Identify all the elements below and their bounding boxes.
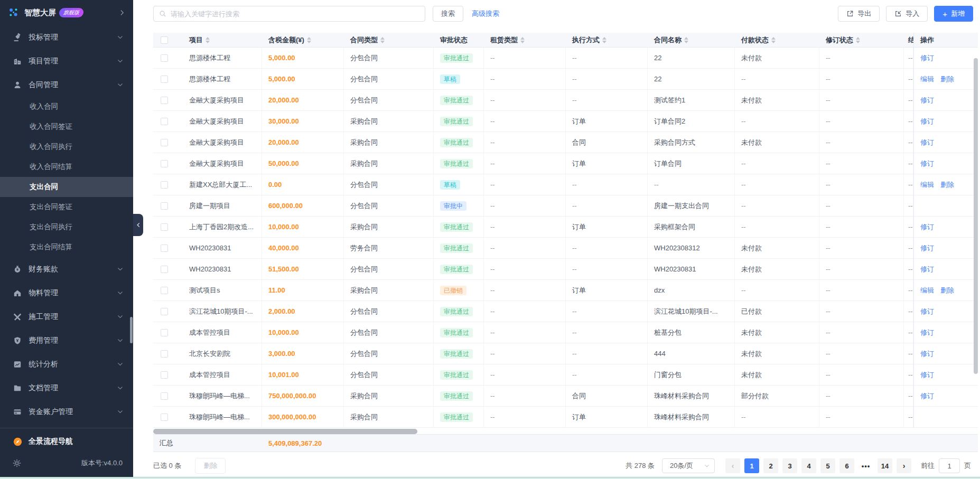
- row-checkbox[interactable]: [161, 76, 168, 83]
- column-header-amount[interactable]: 含税金额(¥): [262, 33, 344, 47]
- row-checkbox[interactable]: [161, 181, 168, 189]
- table-vertical-scrollbar[interactable]: [974, 58, 978, 374]
- sidebar-subitem-income-contract-settle[interactable]: 收入合同结算: [0, 157, 133, 177]
- revise-link[interactable]: 修订: [920, 370, 934, 380]
- sort-caret-icon[interactable]: [771, 37, 776, 43]
- sidebar-subitem-income-contract-exec[interactable]: 收入合同执行: [0, 137, 133, 157]
- sort-caret-icon[interactable]: [307, 37, 311, 43]
- sidebar-item-contract[interactable]: 合同管理: [0, 73, 133, 97]
- search-button[interactable]: 搜索: [433, 6, 463, 22]
- advanced-search-link[interactable]: 高级搜索: [472, 9, 499, 18]
- sort-caret-icon[interactable]: [684, 37, 688, 43]
- sort-caret-icon[interactable]: [380, 37, 385, 43]
- row-checkbox[interactable]: [161, 223, 168, 231]
- app-title: 智慧大屏: [24, 8, 56, 18]
- row-checkbox[interactable]: [161, 414, 168, 421]
- page-button-3[interactable]: 3: [782, 458, 797, 473]
- table-horizontal-scrollbar[interactable]: [153, 429, 417, 434]
- select-all-checkbox[interactable]: [161, 36, 168, 44]
- delete-link[interactable]: 删除: [940, 286, 954, 295]
- sidebar-item-expense[interactable]: 费用管理: [0, 328, 133, 352]
- page-button-6[interactable]: 6: [839, 458, 854, 473]
- page-button-14[interactable]: 14: [878, 458, 892, 473]
- row-checkbox[interactable]: [161, 245, 168, 252]
- sidebar-item-material[interactable]: 物料管理: [0, 281, 133, 305]
- next-page-button[interactable]: ›: [897, 458, 911, 473]
- row-checkbox[interactable]: [161, 139, 168, 146]
- sidebar-subitem-income-contract[interactable]: 收入合同: [0, 97, 133, 117]
- pagination-ellipsis[interactable]: •••: [858, 458, 873, 473]
- sidebar-item-project[interactable]: 项目管理: [0, 49, 133, 73]
- revise-link[interactable]: 修订: [920, 117, 934, 126]
- sidebar-item-stats[interactable]: 统计分析: [0, 352, 133, 376]
- revise-link[interactable]: 修订: [920, 391, 934, 401]
- sidebar-item-bid[interactable]: 投标管理: [0, 25, 133, 49]
- bulk-delete-button[interactable]: 删除: [195, 458, 226, 474]
- revise-link[interactable]: 修订: [920, 222, 934, 232]
- sort-caret-icon[interactable]: [602, 37, 606, 43]
- goto-page-input[interactable]: [939, 458, 960, 473]
- sidebar-subitem-expense-contract-visa[interactable]: 支出合同签证: [0, 197, 133, 217]
- sidebar-subitem-expense-contract-exec[interactable]: 支出合同执行: [0, 217, 133, 237]
- edit-link[interactable]: 编辑: [920, 74, 934, 84]
- row-checkbox[interactable]: [161, 308, 168, 315]
- app-logo[interactable]: 智慧大屏 旗舰版: [0, 0, 133, 25]
- page-button-5[interactable]: 5: [820, 458, 835, 473]
- row-checkbox[interactable]: [161, 202, 168, 210]
- revise-link[interactable]: 修订: [920, 96, 934, 105]
- row-checkbox[interactable]: [161, 329, 168, 336]
- export-button[interactable]: 导出: [838, 6, 880, 22]
- edit-link[interactable]: 编辑: [920, 286, 934, 295]
- row-checkbox[interactable]: [161, 287, 168, 294]
- sidebar-item-funds[interactable]: 资金账户管理: [0, 400, 133, 424]
- sidebar-collapse-handle[interactable]: [133, 214, 143, 236]
- column-header-name[interactable]: 合同名称: [648, 33, 735, 47]
- row-checkbox[interactable]: [161, 371, 168, 379]
- row-checkbox[interactable]: [161, 118, 168, 125]
- column-header-lease[interactable]: 租赁类型: [484, 33, 566, 47]
- column-header-project[interactable]: 项目: [183, 33, 262, 47]
- search-input[interactable]: [171, 10, 419, 18]
- sort-caret-icon[interactable]: [520, 37, 525, 43]
- column-header-payment[interactable]: 付款状态: [735, 33, 819, 47]
- row-checkbox[interactable]: [161, 392, 168, 400]
- prev-page-button[interactable]: ‹: [725, 458, 740, 473]
- revise-link[interactable]: 修订: [920, 328, 934, 337]
- sort-caret-icon[interactable]: [856, 37, 860, 43]
- sidebar-item-document[interactable]: 文档管理: [0, 376, 133, 400]
- sidebar-item-finance[interactable]: 财务账款: [0, 257, 133, 281]
- delete-link[interactable]: 删除: [940, 74, 954, 84]
- row-checkbox[interactable]: [161, 160, 168, 167]
- page-size-select[interactable]: 20条/页: [662, 458, 715, 473]
- page-button-4[interactable]: 4: [801, 458, 816, 473]
- import-button[interactable]: 导入: [886, 6, 928, 22]
- sidebar-subitem-expense-contract-settle[interactable]: 支出合同结算: [0, 237, 133, 257]
- cell-select: [153, 111, 183, 132]
- row-checkbox[interactable]: [161, 97, 168, 104]
- sidebar-subitem-expense-contract[interactable]: 支出合同: [0, 177, 133, 197]
- column-header-exec[interactable]: 执行方式: [566, 33, 648, 47]
- contract-icon: [13, 81, 22, 89]
- column-header-revision[interactable]: 修订状态: [819, 33, 904, 47]
- revise-link[interactable]: 修订: [920, 243, 934, 253]
- revise-link[interactable]: 修订: [920, 53, 934, 63]
- page-button-1[interactable]: 1: [744, 458, 759, 473]
- sort-caret-icon[interactable]: [206, 37, 210, 43]
- row-checkbox[interactable]: [161, 350, 168, 358]
- revise-link[interactable]: 修订: [920, 349, 934, 359]
- revise-link[interactable]: 修订: [920, 307, 934, 316]
- sidebar-item-construction[interactable]: 施工管理: [0, 305, 133, 328]
- revise-link[interactable]: 修订: [920, 159, 934, 168]
- sidebar-scrollbar[interactable]: [130, 317, 133, 343]
- sidebar-subitem-income-contract-visa[interactable]: 收入合同签证: [0, 117, 133, 137]
- edit-link[interactable]: 编辑: [920, 180, 934, 190]
- revise-link[interactable]: 修订: [920, 265, 934, 274]
- column-header-type[interactable]: 合同类型: [344, 33, 434, 47]
- add-button[interactable]: + 新增: [934, 6, 973, 22]
- revise-link[interactable]: 修订: [920, 138, 934, 147]
- page-button-2[interactable]: 2: [763, 458, 778, 473]
- gear-icon[interactable]: [13, 459, 21, 467]
- row-checkbox[interactable]: [161, 54, 168, 62]
- row-checkbox[interactable]: [161, 266, 168, 273]
- delete-link[interactable]: 删除: [940, 180, 954, 190]
